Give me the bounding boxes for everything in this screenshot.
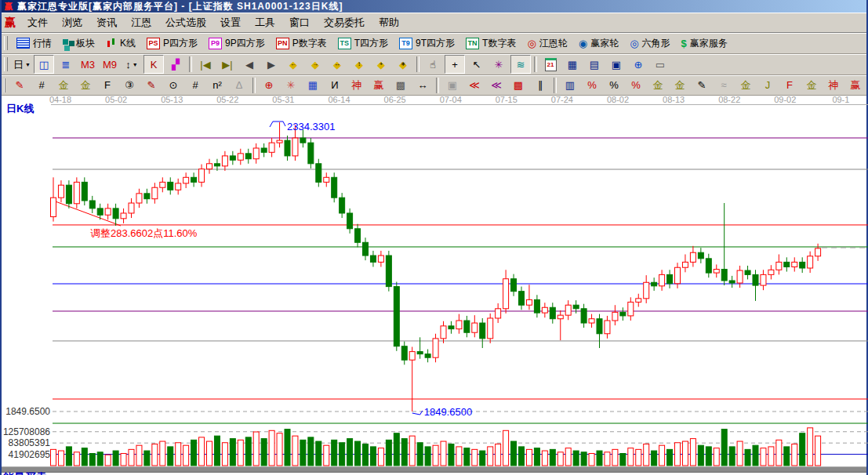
hexagon-label: 六角形 xyxy=(641,37,670,50)
t-table-button[interactable]: TNT数字表 xyxy=(461,34,521,53)
box-tool-button[interactable]: ▣ xyxy=(442,76,463,95)
ying-angle-button[interactable]: 赢 xyxy=(845,76,866,95)
wave-gray-button[interactable]: ≈ xyxy=(714,76,734,95)
menu-item-6[interactable]: 工具 xyxy=(248,14,282,31)
p9-square-button[interactable]: P99P四方形 xyxy=(204,34,270,53)
angle-tool-button[interactable]: ∆ xyxy=(229,76,249,95)
gann-circle-button[interactable]: ⊕ xyxy=(259,76,279,95)
marker-pen-button[interactable]: ✎ xyxy=(141,76,162,95)
menu-item-4[interactable]: 公式选股 xyxy=(158,14,213,31)
menu-item-8[interactable]: 交易委托 xyxy=(317,14,372,31)
toolbar-grip[interactable] xyxy=(4,36,8,50)
menu-item-3[interactable]: 江恩 xyxy=(124,14,158,31)
ying-line-button[interactable]: 赢 xyxy=(369,76,389,95)
time-circle-button[interactable]: ⊙ xyxy=(163,76,183,95)
quotes-button[interactable]: 行情 xyxy=(12,34,56,53)
kline-chart-canvas[interactable]: 04-1805-0205-1305-2205-3106-1406-2507-04… xyxy=(2,96,868,475)
percent-lines-button[interactable]: % xyxy=(626,76,646,95)
number-grid-button[interactable]: ▩ xyxy=(390,76,411,95)
golden-section2-button[interactable]: 金 xyxy=(75,76,96,95)
menu-item-0[interactable]: 文件 xyxy=(20,14,55,31)
p-table-button[interactable]: PNP数字表 xyxy=(271,34,332,53)
shift-left-button[interactable]: ◆← xyxy=(283,55,303,74)
n-square-button[interactable]: n² xyxy=(207,76,227,95)
chart-3-button[interactable]: M3 xyxy=(78,55,98,74)
spiral-button[interactable]: ③ xyxy=(119,76,140,95)
save-button[interactable]: ▣ xyxy=(606,55,626,74)
fan-purple-button[interactable]: ≪ xyxy=(486,76,507,95)
menu-item-5[interactable]: 设置 xyxy=(213,14,248,31)
last-page-button[interactable]: ▶| xyxy=(217,55,238,74)
network-button[interactable]: ⊕ xyxy=(628,55,648,74)
shen-line-button[interactable]: 神 xyxy=(347,76,367,95)
candle-style-button[interactable]: ↕▼ xyxy=(122,55,142,74)
scale-tool-button[interactable]: ▥ xyxy=(560,76,580,95)
price-ticks-button[interactable]: # xyxy=(185,76,205,95)
percent-down-button[interactable]: % xyxy=(582,76,602,95)
width-measure-button[interactable]: ↔ xyxy=(412,76,433,95)
candle-style-dropdown-icon[interactable]: ▼ xyxy=(133,62,138,67)
volume-colors-button[interactable]: ▞ xyxy=(165,55,186,74)
notes-button[interactable]: ▤ xyxy=(584,55,605,74)
shrink-button[interactable]: ◆↕ xyxy=(349,55,369,74)
golden-section-button[interactable]: 金 xyxy=(53,76,74,95)
toolbar-grip[interactable] xyxy=(4,78,5,92)
zoom-region-button[interactable]: ◫ xyxy=(34,55,54,74)
info-panel-button[interactable]: ≣ xyxy=(56,55,76,74)
print-button[interactable]: ▭ xyxy=(650,55,670,74)
j-angle-button[interactable]: J xyxy=(757,76,778,95)
measure-pen-button[interactable]: ✎ xyxy=(692,76,712,95)
gann-wheel-button[interactable]: ◎江恩轮 xyxy=(522,34,572,53)
menu-item-7[interactable]: 窗口 xyxy=(282,14,317,31)
grid-red-button[interactable]: ▩ xyxy=(508,76,528,95)
wave-mark-button[interactable]: И xyxy=(325,76,345,95)
gann-shape-tool-button[interactable]: ✳ xyxy=(488,55,509,74)
hand-tool-button[interactable]: ☝ xyxy=(423,55,443,74)
wave-tool-button[interactable]: ≋ xyxy=(510,55,531,74)
toolbar-grip[interactable] xyxy=(4,57,8,71)
winner-service-button[interactable]: $赢家服务 xyxy=(676,34,732,53)
p-square-button[interactable]: PSP四方形 xyxy=(142,34,202,53)
period-day-button[interactable]: 日▼ xyxy=(12,55,32,74)
kline-chart-panel[interactable]: 04-1805-0205-1305-2205-3106-1406-2507-04… xyxy=(2,96,866,475)
pointer-tool-button[interactable]: ↖ xyxy=(467,55,487,74)
calculator-button[interactable]: ▦ xyxy=(562,55,583,74)
hexagon-button[interactable]: ◎六角形 xyxy=(625,34,674,53)
gann-ticks-button[interactable]: # xyxy=(31,76,52,95)
calendar-21-button[interactable]: 21 xyxy=(540,55,561,74)
parallel-lines-button[interactable]: ∥ xyxy=(530,76,550,95)
next-page-button[interactable]: ▶ xyxy=(261,55,281,74)
gold-angle-button[interactable]: 金 xyxy=(735,76,756,95)
shen-angle-button[interactable]: 神 xyxy=(823,76,844,95)
crosshair-tool-button[interactable]: + xyxy=(445,55,465,74)
f-angle-button[interactable]: F xyxy=(779,76,800,95)
menu-item-2[interactable]: 资讯 xyxy=(89,14,124,31)
zoom-all-out-button[interactable]: ◆+ xyxy=(371,55,391,74)
menu-item-9[interactable]: 帮助 xyxy=(372,14,406,31)
sectors-button[interactable]: 板块 xyxy=(58,34,100,53)
pen-tool-button[interactable]: ✎ xyxy=(9,76,30,95)
kline-button[interactable]: K线 xyxy=(101,34,140,53)
winner-wheel-button[interactable]: ◉赢家轮 xyxy=(574,34,623,53)
fibonacci-button[interactable]: F xyxy=(97,76,118,95)
panel-splitter[interactable] xyxy=(2,466,866,473)
stretch-button[interactable]: ◆↔ xyxy=(327,55,347,74)
period-day-dropdown-icon[interactable]: ▼ xyxy=(25,62,31,67)
gold-circle-button[interactable]: 金 xyxy=(648,76,668,95)
prev-page-button[interactable]: ◀ xyxy=(239,55,260,74)
chart-9-button[interactable]: M9 xyxy=(100,55,120,74)
blue-grid-button[interactable]: ▦ xyxy=(303,76,323,95)
t9-square-button[interactable]: T99T四方形 xyxy=(394,34,459,53)
gold-angle2-button[interactable]: 金 xyxy=(801,76,822,95)
zoom-all-in-button[interactable]: ◆∗ xyxy=(393,55,413,74)
first-page-button[interactable]: |◀ xyxy=(195,55,216,74)
fan-red-button[interactable]: ≪ xyxy=(464,76,485,95)
p-table-icon: PN xyxy=(276,38,289,49)
t-square-button[interactable]: TST四方形 xyxy=(333,34,393,53)
kline-mode-button[interactable]: K xyxy=(143,55,164,74)
percent-button[interactable]: % xyxy=(604,76,624,95)
gold-lines-button[interactable]: 金 xyxy=(670,76,690,95)
shift-right-button[interactable]: ◆→ xyxy=(305,55,325,74)
menu-item-1[interactable]: 浏览 xyxy=(55,14,89,31)
star-grid-button[interactable]: ✳ xyxy=(281,76,301,95)
